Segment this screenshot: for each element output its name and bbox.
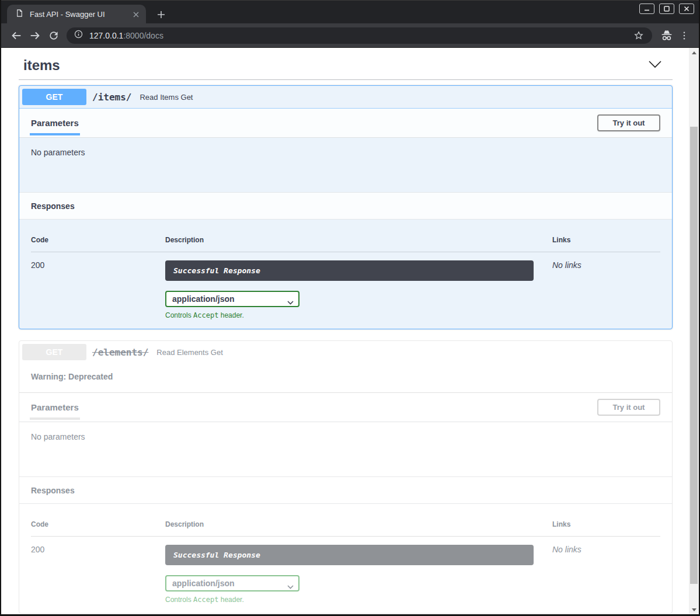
- responses-table-header: Code Description Links: [31, 520, 660, 537]
- page-favicon-icon: [15, 9, 24, 20]
- reload-icon[interactable]: [44, 26, 63, 45]
- opblock-summary[interactable]: GET /items/ Read Items Get: [19, 86, 672, 109]
- responses-body: Code Description Links 200 Successful Re…: [19, 220, 672, 329]
- forward-icon[interactable]: [26, 26, 44, 45]
- scroll-up-icon[interactable]: [689, 48, 699, 57]
- no-parameters-text: No parameters: [31, 148, 85, 157]
- site-info-icon[interactable]: [74, 29, 83, 41]
- response-row: 200 Successful Response application/json: [31, 537, 660, 604]
- vertical-scrollbar[interactable]: [689, 48, 699, 614]
- opblock-summary[interactable]: GET /elements/ Read Elements Get: [19, 341, 672, 363]
- parameters-header: Parameters Try it out: [19, 393, 672, 422]
- method-badge: GET: [22, 89, 86, 105]
- response-row: 200 Successful Response application/json: [31, 252, 660, 319]
- response-description: Successful Response: [165, 260, 534, 281]
- responses-title: Responses: [31, 486, 75, 495]
- deprecation-warning: Warning: Deprecated: [31, 372, 113, 381]
- col-code: Code: [31, 236, 165, 244]
- browser-menu-icon[interactable]: [675, 27, 693, 44]
- collapse-chevron-icon[interactable]: [648, 60, 662, 71]
- media-type-select[interactable]: application/json: [165, 291, 299, 307]
- maximize-button[interactable]: [659, 4, 674, 14]
- response-code: 200: [31, 545, 165, 604]
- swagger-content: items GET /items/ Read Items Get Paramet…: [1, 48, 689, 614]
- tab-parameters[interactable]: Parameters: [31, 402, 79, 412]
- deprecation-warning-wrap: Warning: Deprecated: [19, 363, 672, 393]
- swagger-page: items GET /items/ Read Items Get Paramet…: [1, 48, 699, 614]
- col-description: Description: [165, 520, 552, 528]
- browser-toolbar: 127.0.0.1:8000/docs: [1, 23, 699, 48]
- window-controls: [639, 4, 694, 14]
- endpoint-summary: Read Elements Get: [156, 348, 222, 357]
- response-description-cell: Successful Response application/json Con…: [165, 260, 552, 319]
- browser-window: Fast API - Swagger UI: [1, 0, 699, 614]
- responses-table-header: Code Description Links: [31, 236, 660, 252]
- media-type-select-wrap: application/json: [165, 575, 299, 591]
- incognito-icon: [658, 27, 675, 44]
- browser-tab[interactable]: Fast API - Swagger UI: [7, 5, 146, 24]
- response-links: No links: [552, 260, 660, 319]
- tag-divider: [19, 79, 673, 80]
- tag-title: items: [23, 57, 60, 74]
- opblock-get-elements-deprecated: GET /elements/ Read Elements Get Warning…: [19, 340, 673, 614]
- new-tab-button[interactable]: [153, 6, 169, 23]
- try-it-out-button[interactable]: Try it out: [597, 114, 660, 131]
- parameters-body: No parameters: [19, 138, 672, 192]
- responses-header: Responses: [19, 476, 672, 504]
- endpoint-path: /elements/: [92, 347, 148, 358]
- opblock-get-items: GET /items/ Read Items Get Parameters Tr…: [19, 85, 673, 329]
- try-it-out-button[interactable]: Try it out: [597, 399, 660, 416]
- tab-close-icon[interactable]: [131, 9, 141, 20]
- accept-note: Controls Accept header.: [165, 311, 552, 319]
- parameters-header: Parameters Try it out: [19, 109, 672, 138]
- no-parameters-text: No parameters: [31, 432, 85, 441]
- media-type-select[interactable]: application/json: [165, 575, 299, 591]
- scroll-down-icon[interactable]: [689, 605, 699, 614]
- parameters-body: No parameters: [19, 422, 672, 476]
- tab-parameters[interactable]: Parameters: [31, 118, 79, 128]
- tag-section-header[interactable]: items: [19, 53, 673, 75]
- col-links: Links: [552, 236, 660, 244]
- responses-header: Responses: [19, 192, 672, 220]
- tab-title: Fast API - Swagger UI: [30, 10, 131, 19]
- close-button[interactable]: [679, 4, 694, 14]
- response-code: 200: [31, 260, 165, 319]
- address-bar[interactable]: 127.0.0.1:8000/docs: [67, 27, 652, 44]
- responses-title: Responses: [31, 201, 75, 211]
- col-code: Code: [31, 520, 165, 528]
- url-text: 127.0.0.1:8000/docs: [89, 31, 163, 40]
- minimize-button[interactable]: [639, 4, 654, 14]
- col-links: Links: [552, 520, 660, 528]
- response-description-cell: Successful Response application/json Con…: [165, 545, 552, 604]
- scrollbar-thumb[interactable]: [690, 127, 698, 584]
- tab-strip: Fast API - Swagger UI: [1, 0, 699, 23]
- response-links: No links: [552, 545, 660, 604]
- method-badge: GET: [22, 344, 86, 360]
- col-description: Description: [165, 236, 552, 244]
- bookmark-star-icon[interactable]: [632, 29, 645, 42]
- responses-body: Code Description Links 200 Successful Re…: [19, 504, 672, 613]
- accept-note: Controls Accept header.: [165, 596, 552, 604]
- endpoint-path: /items/: [92, 92, 131, 103]
- back-icon[interactable]: [7, 26, 26, 45]
- response-description: Successful Response: [165, 545, 534, 565]
- endpoint-summary: Read Items Get: [140, 93, 193, 102]
- media-type-select-wrap: application/json: [165, 291, 299, 307]
